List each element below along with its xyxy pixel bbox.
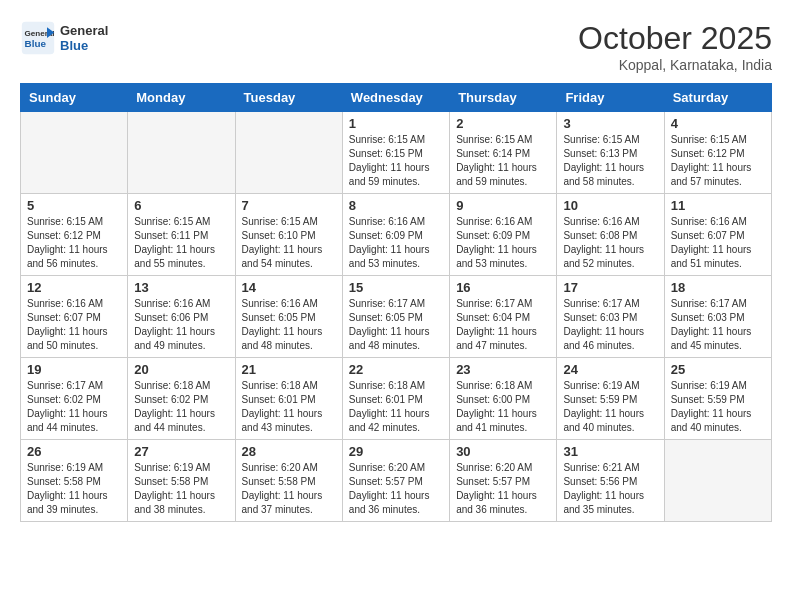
day-info: Sunrise: 6:16 AMSunset: 6:09 PMDaylight:… bbox=[349, 215, 443, 271]
day-info: Sunrise: 6:16 AMSunset: 6:07 PMDaylight:… bbox=[671, 215, 765, 271]
calendar-cell bbox=[21, 112, 128, 194]
calendar-week-row-2: 5Sunrise: 6:15 AMSunset: 6:12 PMDaylight… bbox=[21, 194, 772, 276]
day-info: Sunrise: 6:17 AMSunset: 6:04 PMDaylight:… bbox=[456, 297, 550, 353]
day-number: 21 bbox=[242, 362, 336, 377]
day-info: Sunrise: 6:18 AMSunset: 6:00 PMDaylight:… bbox=[456, 379, 550, 435]
day-number: 8 bbox=[349, 198, 443, 213]
day-number: 20 bbox=[134, 362, 228, 377]
day-number: 10 bbox=[563, 198, 657, 213]
calendar-cell: 24Sunrise: 6:19 AMSunset: 5:59 PMDayligh… bbox=[557, 358, 664, 440]
location-subtitle: Koppal, Karnataka, India bbox=[578, 57, 772, 73]
day-number: 18 bbox=[671, 280, 765, 295]
logo-general: General bbox=[60, 23, 108, 38]
day-info: Sunrise: 6:15 AMSunset: 6:10 PMDaylight:… bbox=[242, 215, 336, 271]
day-number: 11 bbox=[671, 198, 765, 213]
weekday-header-saturday: Saturday bbox=[664, 84, 771, 112]
weekday-header-wednesday: Wednesday bbox=[342, 84, 449, 112]
day-number: 1 bbox=[349, 116, 443, 131]
day-number: 24 bbox=[563, 362, 657, 377]
day-info: Sunrise: 6:20 AMSunset: 5:57 PMDaylight:… bbox=[456, 461, 550, 517]
month-title: October 2025 bbox=[578, 20, 772, 57]
calendar-cell: 10Sunrise: 6:16 AMSunset: 6:08 PMDayligh… bbox=[557, 194, 664, 276]
calendar-cell: 11Sunrise: 6:16 AMSunset: 6:07 PMDayligh… bbox=[664, 194, 771, 276]
day-number: 4 bbox=[671, 116, 765, 131]
day-info: Sunrise: 6:15 AMSunset: 6:12 PMDaylight:… bbox=[27, 215, 121, 271]
page-header: General Blue General Blue October 2025 K… bbox=[20, 20, 772, 73]
day-info: Sunrise: 6:16 AMSunset: 6:09 PMDaylight:… bbox=[456, 215, 550, 271]
calendar-cell: 4Sunrise: 6:15 AMSunset: 6:12 PMDaylight… bbox=[664, 112, 771, 194]
day-info: Sunrise: 6:19 AMSunset: 5:59 PMDaylight:… bbox=[563, 379, 657, 435]
day-info: Sunrise: 6:19 AMSunset: 5:59 PMDaylight:… bbox=[671, 379, 765, 435]
day-number: 22 bbox=[349, 362, 443, 377]
calendar-week-row-1: 1Sunrise: 6:15 AMSunset: 6:15 PMDaylight… bbox=[21, 112, 772, 194]
day-info: Sunrise: 6:16 AMSunset: 6:05 PMDaylight:… bbox=[242, 297, 336, 353]
svg-text:Blue: Blue bbox=[25, 38, 47, 49]
calendar-table: SundayMondayTuesdayWednesdayThursdayFrid… bbox=[20, 83, 772, 522]
day-info: Sunrise: 6:17 AMSunset: 6:02 PMDaylight:… bbox=[27, 379, 121, 435]
day-number: 19 bbox=[27, 362, 121, 377]
calendar-cell: 13Sunrise: 6:16 AMSunset: 6:06 PMDayligh… bbox=[128, 276, 235, 358]
day-info: Sunrise: 6:17 AMSunset: 6:03 PMDaylight:… bbox=[563, 297, 657, 353]
day-number: 13 bbox=[134, 280, 228, 295]
weekday-header-sunday: Sunday bbox=[21, 84, 128, 112]
calendar-week-row-3: 12Sunrise: 6:16 AMSunset: 6:07 PMDayligh… bbox=[21, 276, 772, 358]
day-info: Sunrise: 6:21 AMSunset: 5:56 PMDaylight:… bbox=[563, 461, 657, 517]
weekday-header-friday: Friday bbox=[557, 84, 664, 112]
day-number: 15 bbox=[349, 280, 443, 295]
calendar-cell: 21Sunrise: 6:18 AMSunset: 6:01 PMDayligh… bbox=[235, 358, 342, 440]
calendar-week-row-5: 26Sunrise: 6:19 AMSunset: 5:58 PMDayligh… bbox=[21, 440, 772, 522]
day-number: 6 bbox=[134, 198, 228, 213]
calendar-cell: 15Sunrise: 6:17 AMSunset: 6:05 PMDayligh… bbox=[342, 276, 449, 358]
calendar-cell: 2Sunrise: 6:15 AMSunset: 6:14 PMDaylight… bbox=[450, 112, 557, 194]
calendar-cell: 1Sunrise: 6:15 AMSunset: 6:15 PMDaylight… bbox=[342, 112, 449, 194]
day-info: Sunrise: 6:15 AMSunset: 6:13 PMDaylight:… bbox=[563, 133, 657, 189]
calendar-cell: 18Sunrise: 6:17 AMSunset: 6:03 PMDayligh… bbox=[664, 276, 771, 358]
day-number: 17 bbox=[563, 280, 657, 295]
day-info: Sunrise: 6:16 AMSunset: 6:06 PMDaylight:… bbox=[134, 297, 228, 353]
day-info: Sunrise: 6:19 AMSunset: 5:58 PMDaylight:… bbox=[27, 461, 121, 517]
calendar-cell: 22Sunrise: 6:18 AMSunset: 6:01 PMDayligh… bbox=[342, 358, 449, 440]
day-info: Sunrise: 6:16 AMSunset: 6:08 PMDaylight:… bbox=[563, 215, 657, 271]
calendar-cell: 8Sunrise: 6:16 AMSunset: 6:09 PMDaylight… bbox=[342, 194, 449, 276]
day-info: Sunrise: 6:17 AMSunset: 6:05 PMDaylight:… bbox=[349, 297, 443, 353]
day-info: Sunrise: 6:15 AMSunset: 6:11 PMDaylight:… bbox=[134, 215, 228, 271]
day-info: Sunrise: 6:18 AMSunset: 6:01 PMDaylight:… bbox=[242, 379, 336, 435]
calendar-cell: 9Sunrise: 6:16 AMSunset: 6:09 PMDaylight… bbox=[450, 194, 557, 276]
day-info: Sunrise: 6:17 AMSunset: 6:03 PMDaylight:… bbox=[671, 297, 765, 353]
day-number: 14 bbox=[242, 280, 336, 295]
calendar-cell: 6Sunrise: 6:15 AMSunset: 6:11 PMDaylight… bbox=[128, 194, 235, 276]
day-number: 31 bbox=[563, 444, 657, 459]
day-number: 27 bbox=[134, 444, 228, 459]
day-number: 12 bbox=[27, 280, 121, 295]
calendar-cell: 23Sunrise: 6:18 AMSunset: 6:00 PMDayligh… bbox=[450, 358, 557, 440]
day-number: 9 bbox=[456, 198, 550, 213]
weekday-header-tuesday: Tuesday bbox=[235, 84, 342, 112]
calendar-cell: 12Sunrise: 6:16 AMSunset: 6:07 PMDayligh… bbox=[21, 276, 128, 358]
weekday-header-monday: Monday bbox=[128, 84, 235, 112]
calendar-cell: 14Sunrise: 6:16 AMSunset: 6:05 PMDayligh… bbox=[235, 276, 342, 358]
day-info: Sunrise: 6:18 AMSunset: 6:01 PMDaylight:… bbox=[349, 379, 443, 435]
day-info: Sunrise: 6:16 AMSunset: 6:07 PMDaylight:… bbox=[27, 297, 121, 353]
weekday-header-row: SundayMondayTuesdayWednesdayThursdayFrid… bbox=[21, 84, 772, 112]
day-number: 2 bbox=[456, 116, 550, 131]
logo: General Blue General Blue bbox=[20, 20, 108, 56]
calendar-cell: 30Sunrise: 6:20 AMSunset: 5:57 PMDayligh… bbox=[450, 440, 557, 522]
calendar-cell bbox=[235, 112, 342, 194]
day-info: Sunrise: 6:15 AMSunset: 6:12 PMDaylight:… bbox=[671, 133, 765, 189]
calendar-cell: 31Sunrise: 6:21 AMSunset: 5:56 PMDayligh… bbox=[557, 440, 664, 522]
day-info: Sunrise: 6:18 AMSunset: 6:02 PMDaylight:… bbox=[134, 379, 228, 435]
calendar-cell: 28Sunrise: 6:20 AMSunset: 5:58 PMDayligh… bbox=[235, 440, 342, 522]
calendar-cell: 19Sunrise: 6:17 AMSunset: 6:02 PMDayligh… bbox=[21, 358, 128, 440]
calendar-cell: 20Sunrise: 6:18 AMSunset: 6:02 PMDayligh… bbox=[128, 358, 235, 440]
calendar-cell: 27Sunrise: 6:19 AMSunset: 5:58 PMDayligh… bbox=[128, 440, 235, 522]
day-info: Sunrise: 6:19 AMSunset: 5:58 PMDaylight:… bbox=[134, 461, 228, 517]
day-number: 28 bbox=[242, 444, 336, 459]
day-number: 7 bbox=[242, 198, 336, 213]
calendar-cell: 5Sunrise: 6:15 AMSunset: 6:12 PMDaylight… bbox=[21, 194, 128, 276]
calendar-week-row-4: 19Sunrise: 6:17 AMSunset: 6:02 PMDayligh… bbox=[21, 358, 772, 440]
day-number: 25 bbox=[671, 362, 765, 377]
calendar-cell: 16Sunrise: 6:17 AMSunset: 6:04 PMDayligh… bbox=[450, 276, 557, 358]
calendar-cell: 17Sunrise: 6:17 AMSunset: 6:03 PMDayligh… bbox=[557, 276, 664, 358]
day-number: 3 bbox=[563, 116, 657, 131]
calendar-cell: 25Sunrise: 6:19 AMSunset: 5:59 PMDayligh… bbox=[664, 358, 771, 440]
